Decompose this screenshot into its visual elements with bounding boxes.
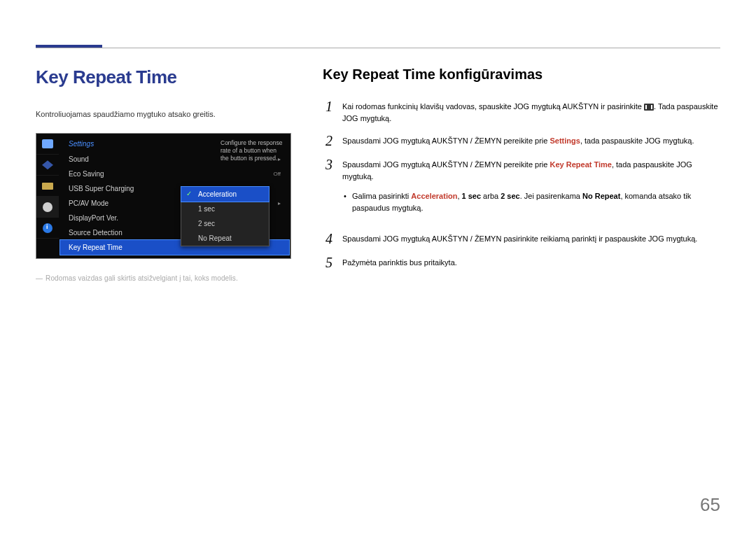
step-number: 3 (323, 157, 332, 171)
osd-tab-settings2 (36, 155, 59, 176)
osd-tab-picture (36, 134, 59, 155)
chevron-right-icon: ▸ (278, 200, 281, 206)
osd-item-label: Key Repeat Time (69, 244, 122, 251)
step-number: 4 (323, 232, 332, 246)
osd-screenshot: Settings Sound ▸ Eco Saving Off USB Supe… (36, 133, 291, 259)
osd-item-label: Eco Saving (69, 170, 104, 178)
osd-item-label: Sound (69, 155, 89, 163)
osd-dd-acceleration: ✓ Acceleration (181, 187, 269, 202)
osd-tab-settings (36, 197, 59, 218)
info-icon (43, 223, 52, 233)
osd-dd-label: No Repeat (198, 234, 232, 242)
osd-dd-1sec: 1 sec (181, 202, 269, 216)
tool-icon (42, 160, 53, 169)
card-icon (42, 183, 53, 190)
step-text: Spausdami JOG mygtuką AUKŠTYN / ŽEMYN pe… (342, 157, 720, 222)
footnote: ―Rodomas vaizdas gali skirtis atsižvelgi… (36, 274, 291, 282)
step-number: 2 (323, 134, 332, 148)
osd-item-ecosaving: Eco Saving Off (59, 167, 290, 181)
osd-description: Configure the response rate of a button … (220, 139, 286, 162)
step-text: Spausdami JOG mygtuką AUKŠTYN / ŽEMYN pa… (342, 232, 720, 245)
sub-bullet: Galima pasirinkti Acceleration, 1 sec ar… (342, 190, 720, 213)
check-icon: ✓ (186, 190, 192, 197)
osd-item-value: Off (273, 171, 281, 177)
page-title: Key Repeat Time (36, 66, 291, 88)
menu-icon (644, 104, 654, 111)
step-3: 3 Spausdami JOG mygtuką AUKŠTYN / ŽEMYN … (323, 157, 720, 222)
osd-dd-norepeat: No Repeat (181, 231, 269, 246)
osd-dd-2sec: 2 sec (181, 216, 269, 231)
osd-dropdown: ✓ Acceleration 1 sec 2 sec No Repeat (181, 186, 270, 246)
osd-item-label: Source Detection (69, 229, 122, 237)
monitor-icon (42, 139, 53, 148)
gear-icon (43, 202, 52, 212)
step-5: 5 Pažymėta parinktis bus pritaikyta. (323, 255, 720, 269)
osd-dd-label: 1 sec (198, 205, 215, 213)
osd-dd-label: Acceleration (198, 190, 237, 198)
header-rule (36, 45, 720, 49)
section-title: Key Repeat Time konfigūravimas (323, 66, 720, 83)
osd-tab-bar (36, 134, 59, 258)
step-1: 1 Kai rodomas funkcinių klavišų vadovas,… (323, 99, 720, 124)
step-list: 1 Kai rodomas funkcinių klavišų vadovas,… (323, 99, 720, 269)
osd-item-label: PC/AV Mode (69, 199, 108, 207)
step-4: 4 Spausdami JOG mygtuką AUKŠTYN / ŽEMYN … (323, 232, 720, 246)
osd-tab-info (36, 218, 59, 239)
osd-dd-label: 2 sec (198, 220, 215, 227)
step-number: 1 (323, 99, 332, 113)
intro-text: Kontroliuojamas spaudžiamo mygtuko atsak… (36, 109, 291, 119)
osd-tab-pip (36, 176, 59, 197)
step-2: 2 Spausdami JOG mygtuką AUKŠTYN / ŽEMYN … (323, 134, 720, 148)
dash-icon: ― (36, 274, 46, 282)
osd-item-label: DisplayPort Ver. (69, 214, 118, 222)
step-text: Kai rodomas funkcinių klavišų vadovas, s… (342, 99, 720, 124)
step-text: Spausdami JOG mygtuką AUKŠTYN / ŽEMYN pe… (342, 134, 720, 147)
osd-item-label: USB Super Charging (69, 185, 134, 192)
step-text: Pažymėta parinktis bus pritaikyta. (342, 255, 720, 269)
page-number: 65 (700, 494, 720, 516)
step-number: 5 (323, 255, 332, 269)
